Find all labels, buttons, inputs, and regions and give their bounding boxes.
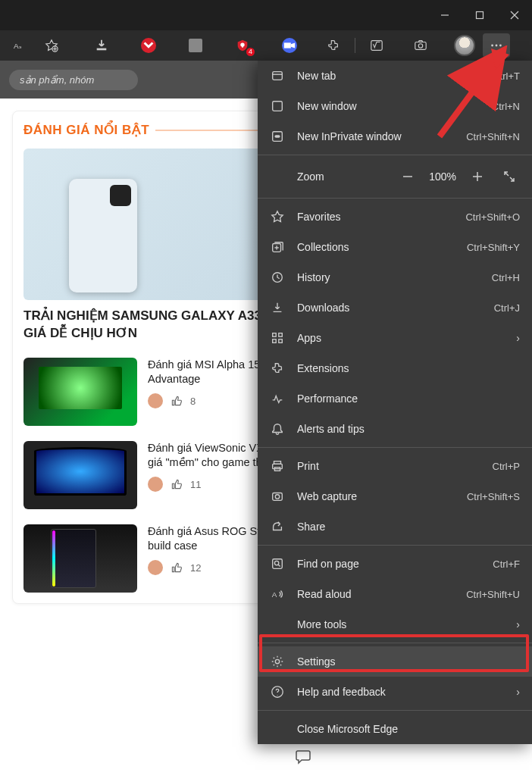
comment-icon[interactable]	[288, 741, 318, 771]
svg-rect-32	[273, 339, 277, 343]
svg-rect-13	[415, 42, 426, 50]
chevron-right-icon: ›	[516, 332, 520, 344]
gear-icon	[270, 655, 285, 668]
svg-text:A: A	[14, 42, 19, 50]
menu-read-aloud[interactable]: A Read aloud Ctrl+Shift+U	[258, 579, 532, 609]
apps-icon	[270, 331, 285, 345]
bell-icon	[270, 422, 285, 436]
thumbnail	[23, 524, 137, 593]
svg-rect-39	[273, 559, 283, 569]
download-icon[interactable]	[88, 33, 115, 58]
chevron-right-icon: ›	[516, 686, 520, 698]
add-favorite-icon[interactable]	[38, 33, 65, 58]
more-menu-button[interactable]	[483, 33, 510, 58]
shield-icon[interactable]: 4	[229, 33, 256, 58]
svg-point-16	[496, 45, 498, 47]
browser-toolbar: A» 4	[0, 30, 532, 61]
svg-line-41	[278, 565, 280, 567]
camera-icon[interactable]	[407, 33, 434, 58]
menu-apps[interactable]: Apps ›	[258, 323, 532, 353]
math-icon[interactable]	[363, 33, 390, 58]
svg-rect-33	[279, 339, 283, 343]
window-titlebar	[0, 0, 532, 30]
inprivate-icon	[270, 130, 285, 143]
zoom-value: 100%	[429, 170, 456, 183]
browser-menu: New tab Ctrl+T New window Ctrl+N New InP…	[258, 61, 532, 744]
menu-performance[interactable]: Performance	[258, 383, 532, 414]
section-title-text: ĐÁNH GIÁ NỔI BẬT	[23, 122, 149, 138]
menu-new-inprivate[interactable]: New InPrivate window Ctrl+Shift+N	[258, 121, 532, 152]
author-avatar	[148, 477, 163, 492]
toolbar-separator	[355, 38, 355, 53]
minimize-button[interactable]	[427, 0, 462, 30]
like-icon[interactable]	[171, 561, 183, 574]
menu-new-window[interactable]: New window Ctrl+N	[258, 91, 532, 121]
zoom-out-button[interactable]	[397, 166, 418, 187]
svg-point-43	[275, 659, 279, 663]
zoom-label: Zoom	[270, 170, 386, 183]
svg-rect-37	[273, 493, 283, 501]
star-icon	[270, 210, 285, 224]
download-menu-icon	[270, 301, 285, 314]
menu-alerts[interactable]: Alerts and tips	[258, 414, 532, 444]
like-count: 8	[190, 396, 196, 407]
menu-print[interactable]: Print Ctrl+P	[258, 451, 532, 481]
thumbnail	[23, 441, 137, 509]
menu-close-edge[interactable]: Close Microsoft Edge	[258, 714, 532, 744]
svg-rect-11	[284, 42, 291, 48]
svg-point-14	[418, 44, 422, 48]
menu-separator	[258, 545, 532, 546]
menu-favorites[interactable]: Favorites Ctrl+Shift+O	[258, 202, 532, 232]
like-icon[interactable]	[171, 395, 183, 407]
svg-point-38	[275, 495, 279, 499]
find-icon	[270, 557, 285, 571]
capture-icon	[270, 490, 285, 503]
performance-icon	[270, 392, 285, 405]
read-aloud-toolbar-icon[interactable]: A»	[6, 33, 33, 58]
menu-history[interactable]: History Ctrl+H	[258, 262, 532, 292]
svg-rect-35	[273, 464, 283, 468]
pocket-icon[interactable]	[135, 33, 162, 58]
video-icon[interactable]	[276, 33, 303, 58]
menu-share[interactable]: Share	[258, 511, 532, 542]
svg-point-17	[499, 45, 502, 47]
extensions-toolbar-icon[interactable]	[320, 33, 347, 58]
print-icon	[270, 459, 285, 473]
svg-rect-1	[477, 12, 483, 19]
menu-separator	[258, 198, 532, 199]
menu-downloads[interactable]: Downloads Ctrl+J	[258, 292, 532, 323]
menu-new-tab[interactable]: New tab Ctrl+T	[258, 61, 532, 91]
menu-extensions[interactable]: Extensions	[258, 353, 532, 383]
zoom-in-button[interactable]	[467, 166, 488, 187]
svg-rect-22	[274, 135, 280, 138]
menu-settings[interactable]: Settings	[258, 646, 532, 677]
svg-rect-31	[279, 333, 283, 337]
new-window-icon	[270, 99, 285, 113]
new-tab-icon	[270, 69, 285, 83]
svg-text:»: »	[19, 45, 22, 50]
fullscreen-button[interactable]	[499, 166, 520, 187]
menu-zoom-row: Zoom 100%	[258, 158, 532, 195]
search-input[interactable]: sản phẩm, nhóm	[9, 70, 138, 90]
menu-web-capture[interactable]: Web capture Ctrl+Shift+S	[258, 481, 532, 511]
close-button[interactable]	[497, 0, 532, 30]
history-icon	[270, 271, 285, 284]
maximize-button[interactable]	[462, 0, 497, 30]
app-icon-grey[interactable]	[182, 33, 209, 58]
thumbnail	[23, 358, 137, 426]
chevron-right-icon: ›	[516, 618, 520, 630]
help-icon	[270, 685, 285, 699]
like-count: 12	[190, 562, 201, 574]
menu-help[interactable]: Help and feedback ›	[258, 677, 532, 707]
badge-count: 4	[246, 48, 255, 56]
share-icon	[270, 520, 285, 533]
like-icon[interactable]	[171, 478, 183, 490]
profile-avatar[interactable]	[451, 33, 478, 58]
menu-separator	[258, 710, 532, 711]
menu-separator	[258, 447, 532, 448]
menu-find[interactable]: Find on page Ctrl+F	[258, 549, 532, 579]
svg-point-15	[491, 45, 493, 47]
menu-more-tools[interactable]: More tools ›	[258, 609, 532, 640]
menu-collections[interactable]: Collections Ctrl+Shift+Y	[258, 232, 532, 262]
puzzle-icon	[270, 361, 285, 375]
